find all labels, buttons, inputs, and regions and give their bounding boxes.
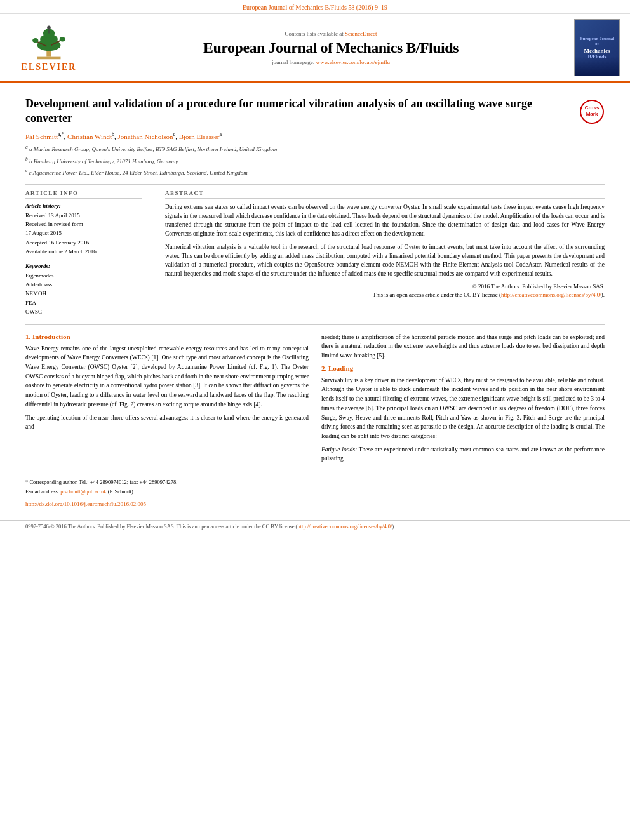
- intro-section-title: 1. Introduction: [25, 333, 309, 340]
- doi-link[interactable]: http://dx.doi.org/10.1016/j.euromechflu.…: [25, 501, 146, 507]
- email-link[interactable]: p.schmitt@qub.ac.uk: [60, 488, 106, 495]
- received-revised-label: Received in revised form: [25, 220, 142, 229]
- journal-homepage-link[interactable]: www.elsevier.com/locate/ejmflu: [316, 59, 390, 65]
- intro-p1: Wave Energy remains one of the largest u…: [25, 344, 309, 410]
- body-two-col: 1. Introduction Wave Energy remains one …: [25, 333, 605, 468]
- svg-point-8: [60, 37, 65, 41]
- cc-license-link[interactable]: http://creativecommons.org/licenses/by/4…: [501, 291, 601, 298]
- svg-point-9: [47, 26, 51, 30]
- svg-point-6: [32, 38, 38, 43]
- loading-section-title: 2. Loading: [321, 364, 605, 372]
- elsevier-logo: ELSEVIER: [22, 23, 77, 72]
- contents-available-line: Contents lists available at ScienceDirec…: [285, 30, 377, 37]
- loading-p2: Survivability is a key driver in the dev…: [321, 376, 605, 441]
- elsevier-tree-icon: [23, 23, 74, 61]
- journal-cover-image: European Journal of Mechanics B/Fluids: [574, 19, 620, 76]
- author-elsasser[interactable]: Björn Elsässer: [179, 132, 220, 140]
- journal-top-bar: European Journal of Mechanics B/Fluids 5…: [0, 0, 630, 14]
- keyword-3: NEMOH: [25, 289, 142, 298]
- footnotes-area: * Corresponding author. Tel.: +44 289097…: [25, 474, 605, 496]
- article-info-header: ARTICLE INFO: [25, 190, 142, 199]
- copyright-text: © 2016 The Authors. Published by Elsevie…: [473, 283, 605, 290]
- sciencedirect-link[interactable]: ScienceDirect: [345, 30, 377, 37]
- received-date: Received 13 April 2015: [25, 211, 142, 220]
- open-access-note: © 2016 The Authors. Published by Elsevie…: [165, 283, 605, 300]
- author-nicholson[interactable]: Jonathan Nicholson: [118, 132, 173, 140]
- body-left-col: 1. Introduction Wave Energy remains one …: [25, 333, 309, 468]
- article-title-section: Development and validation of a procedur…: [25, 97, 605, 126]
- journal-volume-link[interactable]: European Journal of Mechanics B/Fluids 5…: [243, 4, 387, 11]
- keyword-4: FEA: [25, 298, 142, 307]
- keyword-2: Addedmass: [25, 280, 142, 289]
- affiliation-a: a a Marine Research Group, Queen's Unive…: [25, 143, 605, 154]
- publisher-logo-area: ELSEVIER: [8, 19, 90, 76]
- keywords-label: Keywords:: [25, 263, 142, 269]
- received-revised-date: 17 August 2015: [25, 229, 142, 237]
- cover-journal-label: European Journal of: [577, 36, 617, 46]
- abstract-p2: Numerical vibration analysis is a valuab…: [165, 243, 605, 279]
- abstract-col: ABSTRACT During extreme sea states so ca…: [165, 190, 605, 317]
- loading-text: Survivability is a key driver in the dev…: [321, 376, 605, 463]
- crossmark-icon: Cross Mark: [579, 99, 605, 124]
- authors-line: Pál Schmitta,*, Christian Windtb, Jonath…: [25, 131, 605, 140]
- loading-intro-text: needed; there is amplification of the ho…: [321, 333, 605, 361]
- main-content: Development and validation of a procedur…: [0, 83, 630, 515]
- keyword-1: Eigenmodes: [25, 271, 142, 280]
- divider-1: [25, 184, 605, 185]
- body-right-col: needed; there is amplification of the ho…: [321, 333, 605, 468]
- journal-header: ELSEVIER Contents lists available at Sci…: [0, 14, 630, 83]
- bottom-bar: 0997-7546/© 2016 The Authors. Published …: [0, 520, 630, 532]
- info-abstract-cols: ARTICLE INFO Article history: Received 1…: [25, 190, 605, 317]
- intro-text: Wave Energy remains one of the largest u…: [25, 344, 309, 432]
- abstract-header: ABSTRACT: [165, 190, 605, 199]
- journal-title: European Journal of Mechanics B/Fluids: [203, 39, 459, 57]
- abstract-p1: During extreme sea states so called impa…: [165, 203, 605, 239]
- keyword-5: OWSC: [25, 307, 142, 316]
- svg-rect-1: [37, 57, 61, 60]
- footnote-2: E-mail address: p.schmitt@qub.ac.uk (P. …: [25, 488, 605, 496]
- history-label: Article history:: [25, 203, 142, 209]
- issn-line: 0997-7546/© 2016 The Authors. Published …: [25, 523, 297, 530]
- journal-homepage-line: journal homepage: www.elsevier.com/locat…: [272, 59, 390, 65]
- bottom-links: http://dx.doi.org/10.1016/j.euromechflu.…: [25, 501, 605, 507]
- svg-text:Cross: Cross: [585, 105, 600, 110]
- affiliations: a a Marine Research Group, Queen's Unive…: [25, 143, 605, 177]
- accepted-date: Accepted 16 February 2016: [25, 238, 142, 247]
- abstract-text: During extreme sea states so called impa…: [165, 203, 605, 279]
- cc-license-text: This is an open access article under the…: [373, 291, 605, 298]
- divider-2: [25, 324, 605, 325]
- fatigue-label: Fatigue loads:: [321, 446, 357, 453]
- svg-text:Mark: Mark: [586, 111, 598, 117]
- loading-needed-p: needed; there is amplification of the ho…: [321, 333, 605, 361]
- affiliation-c: c c Aquamarine Power Ltd., Elder House, …: [25, 167, 605, 177]
- fatigue-text: These are experienced under statisticall…: [321, 446, 605, 462]
- article-title: Development and validation of a procedur…: [25, 97, 546, 126]
- bottom-cc-link[interactable]: http://creativecommons.org/licenses/by/4…: [297, 523, 392, 530]
- affiliation-b: b b Hamburg University of Technology, 21…: [25, 156, 605, 166]
- intro-p2: The operating location of the near shore…: [25, 413, 309, 432]
- journal-title-area: Contents lists available at ScienceDirec…: [97, 19, 565, 76]
- loading-fatigue: Fatigue loads: These are experienced und…: [321, 445, 605, 463]
- author-windt[interactable]: Christian Windt: [67, 132, 112, 140]
- article-info-col: ARTICLE INFO Article history: Received 1…: [25, 190, 152, 317]
- cover-wave-decoration: [575, 57, 619, 76]
- elsevier-brand: ELSEVIER: [22, 62, 77, 72]
- available-date: Available online 2 March 2016: [25, 247, 142, 256]
- footnote-1: * Corresponding author. Tel.: +44 289097…: [25, 478, 605, 486]
- journal-cover-area: European Journal of Mechanics B/Fluids: [572, 19, 622, 76]
- author-schmitt[interactable]: Pál Schmitt: [25, 132, 58, 140]
